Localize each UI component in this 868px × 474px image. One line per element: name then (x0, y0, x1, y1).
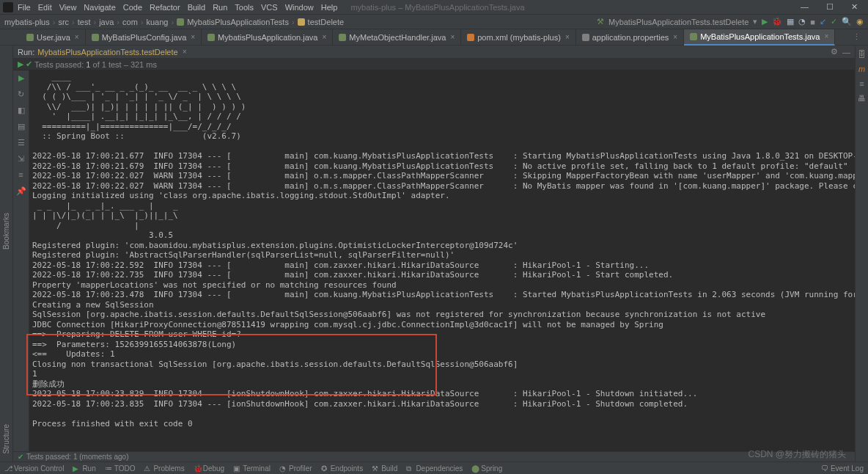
export-icon[interactable]: ⇲ (16, 154, 26, 164)
run-tool-header: Run: MybatisPlusApplicationTests.testDel… (13, 45, 855, 59)
menu-run[interactable]: Run (213, 3, 227, 12)
tab-tests[interactable]: MyBatisPlusApplicationTests.java× (684, 29, 835, 45)
run-icon[interactable]: ▶ (762, 17, 768, 26)
close-run-tab-icon[interactable]: × (183, 48, 187, 56)
minimize-tool-icon[interactable]: — (842, 48, 850, 56)
close-icon[interactable]: × (673, 33, 677, 41)
bottom-todo[interactable]: ≔TODO (105, 464, 136, 473)
method-icon (298, 18, 305, 26)
stop-process-icon[interactable]: ↻ (16, 90, 26, 100)
coverage-icon[interactable]: ▦ (787, 17, 794, 26)
crumb-class[interactable]: MybatisPlusApplicationTests (187, 18, 289, 26)
properties-file-icon (582, 34, 589, 41)
pin-icon[interactable]: 📌 (16, 186, 26, 197)
toggle-breakpoint-icon[interactable]: ◧ (16, 106, 26, 116)
menu-tools[interactable]: Tools (235, 3, 254, 12)
bottom-problems[interactable]: ⚠Problems (144, 464, 184, 473)
window-close-icon[interactable]: ✕ (851, 2, 858, 12)
step-icon[interactable]: ▤ (16, 122, 26, 132)
tab-handler[interactable]: MyMetaObjectHandler.java× (333, 29, 461, 45)
window-maximize-icon[interactable]: ☐ (826, 2, 834, 12)
menu-file[interactable]: File (18, 3, 31, 12)
menu-view[interactable]: View (59, 3, 77, 12)
close-icon[interactable]: × (450, 33, 455, 41)
run-toolbar: ▶ ↻ ◧ ▤ ☰ ⇲ ≡ 📌 (13, 70, 29, 453)
breadcrumb: mybatis-plus› src› test› java› com› kuan… (0, 15, 868, 29)
warning-icon: ⚠ (144, 464, 151, 472)
tab-pom[interactable]: pom.xml (mybatis-plus)× (461, 29, 576, 45)
tests-passed-count: 1 (86, 60, 90, 69)
hammer-icon[interactable]: ⚒ (597, 17, 604, 26)
tests-passed-label: Tests passed: (34, 60, 84, 69)
crumb-java[interactable]: java (99, 18, 114, 26)
menu-code[interactable]: Code (123, 3, 142, 12)
rerun-icon[interactable]: ▶ (18, 59, 23, 69)
filter-icon[interactable]: ☰ (16, 138, 26, 148)
stop-icon[interactable]: ■ (810, 18, 815, 26)
tab-app[interactable]: MybatisPlusApplication.java× (202, 29, 333, 45)
menu-vcs[interactable]: VCS (261, 3, 278, 12)
rerun-failed-icon[interactable]: ▶ (16, 73, 26, 84)
editor-tabs: User.java× MyBatisPlusConfig.java× Mybat… (0, 29, 868, 45)
menu-refactor[interactable]: Refactor (150, 3, 180, 12)
close-icon[interactable]: × (565, 33, 570, 41)
check-icon: ✔ (18, 453, 23, 461)
close-icon[interactable]: × (824, 32, 828, 40)
print-icon[interactable]: 🖶 (858, 94, 867, 103)
menu-window[interactable]: Window (285, 3, 314, 12)
bottom-dependencies[interactable]: ⧉Dependencies (406, 464, 463, 473)
debug-icon[interactable]: 🐞 (772, 17, 782, 26)
deps-icon: ⧉ (406, 464, 413, 472)
left-tool-stripe: Bookmarks Structure (0, 45, 13, 462)
run-config-selector[interactable]: MybatisPlusApplicationTests.testDelete (608, 18, 749, 26)
bottom-build[interactable]: ⚒Build (372, 464, 397, 473)
tabs-more-icon[interactable]: ⋮ (853, 32, 861, 42)
database-icon[interactable]: 🗄 (858, 50, 867, 59)
run-config-name[interactable]: MybatisPlusApplicationTests.testDelete (37, 48, 177, 56)
close-icon[interactable]: × (75, 33, 79, 41)
event-log[interactable]: 🗨Event Log (821, 464, 864, 473)
layout-icon[interactable]: ≡ (16, 170, 26, 181)
tab-props[interactable]: application.properties× (576, 29, 684, 45)
left-tool-bookmarks[interactable]: Bookmarks (2, 213, 10, 249)
left-tool-structure[interactable]: Structure (2, 424, 10, 454)
console-output[interactable]: ____ /\\ / ___'_ __ _ _(_)_ __ __ _ \ \ … (29, 70, 855, 453)
settings-icon[interactable]: ◉ (856, 17, 864, 26)
menu-edit[interactable]: Edit (38, 3, 52, 12)
todo-icon: ≔ (105, 464, 112, 472)
bottom-terminal[interactable]: ▣Terminal (233, 464, 271, 473)
close-icon[interactable]: × (322, 33, 326, 41)
window-minimize-icon[interactable]: — (801, 2, 809, 12)
chevron-down-icon[interactable]: ▾ (753, 17, 757, 26)
terminal-icon: ▣ (233, 464, 240, 472)
search-icon[interactable]: 🔍 (842, 17, 852, 26)
app-logo-icon (3, 2, 13, 12)
menu-help[interactable]: Help (321, 3, 338, 12)
crumb-root[interactable]: mybatis-plus (4, 18, 50, 26)
bottom-version-control[interactable]: ⎇Version Control (4, 464, 64, 473)
notifications-icon[interactable]: ≡ (858, 79, 867, 88)
crumb-method[interactable]: testDelete (308, 18, 345, 26)
bottom-debug[interactable]: 🐞Debug (194, 464, 224, 473)
close-icon[interactable]: × (191, 33, 195, 41)
gear-icon[interactable]: ⚙ (831, 47, 838, 56)
class-file-icon (92, 34, 99, 41)
vcs-commit-icon[interactable]: ✓ (831, 17, 837, 26)
crumb-src[interactable]: src (58, 18, 69, 26)
bottom-endpoints[interactable]: ✪Endpoints (321, 464, 363, 473)
maven-icon[interactable]: m (858, 65, 867, 73)
crumb-com[interactable]: com (122, 18, 138, 26)
bottom-run[interactable]: ▶Run (73, 464, 95, 473)
crumb-test[interactable]: test (78, 18, 91, 26)
profile-icon[interactable]: ◔ (798, 17, 806, 26)
tab-user[interactable]: User.java× (21, 29, 86, 45)
branch-icon: ⎇ (4, 464, 12, 472)
bottom-profiler[interactable]: ◔Profiler (279, 464, 312, 473)
bottom-spring[interactable]: ⬤Spring (471, 464, 502, 473)
menu-navigate[interactable]: Navigate (84, 3, 115, 12)
tab-config[interactable]: MyBatisPlusConfig.java× (86, 29, 202, 45)
vcs-update-icon[interactable]: ↙ (820, 17, 826, 26)
menu-build[interactable]: Build (188, 3, 205, 12)
crumb-kuang[interactable]: kuang (146, 18, 168, 26)
play-icon: ▶ (73, 464, 80, 472)
